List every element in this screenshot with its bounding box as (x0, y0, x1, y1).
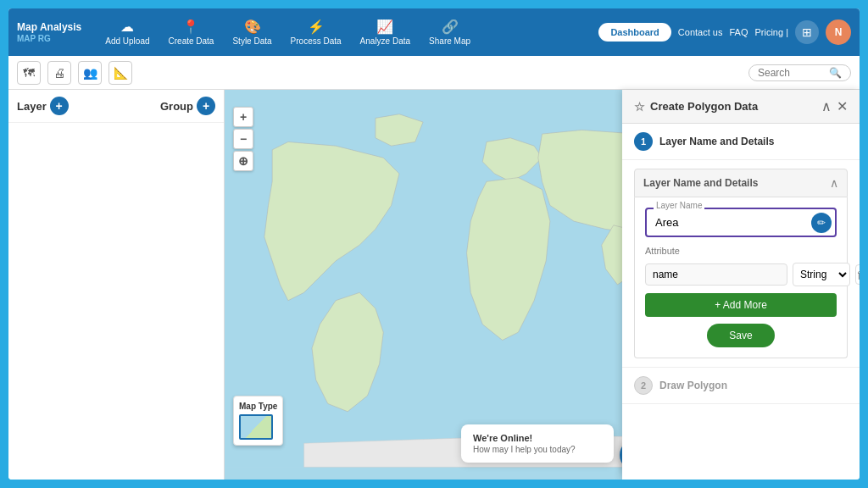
pricing-link[interactable]: Pricing | (754, 27, 788, 37)
search-input[interactable] (758, 67, 826, 79)
step1-number: 1 (634, 132, 653, 151)
sidebar: Layer + Group + (8, 90, 225, 480)
create-icon: 📍 (182, 19, 199, 35)
section-collapse-icon[interactable]: ∧ (830, 176, 838, 190)
panel-controls: ∧ ✕ (821, 98, 848, 114)
sub-toolbar: 🗺 🖨 👥 📐 🔍 (8, 56, 860, 90)
chat-online-text: We're Online! (473, 433, 602, 443)
section-header: Layer Name and Details ∧ (634, 169, 848, 197)
grid-icon[interactable]: ⊞ (795, 20, 819, 44)
nav-share-map[interactable]: 🔗 Share Map (422, 15, 477, 49)
layer-name-label: Layer Name (654, 201, 704, 210)
save-button[interactable]: Save (707, 324, 775, 347)
brand: Map Analysis MAP RG (17, 21, 81, 42)
chat-message: How may I help you today? (473, 445, 602, 454)
attribute-row: String Integer Float Date 🗑 (645, 263, 837, 286)
panel-close-button[interactable]: ✕ (837, 98, 848, 114)
brand-sub: MAP RG (17, 34, 81, 43)
attr-type-select[interactable]: String Integer Float Date (793, 263, 850, 286)
toolbar-print-btn[interactable]: 🖨 (47, 61, 71, 85)
analyze-icon: 📈 (376, 19, 393, 35)
share-icon: 🔗 (442, 19, 459, 35)
zoom-out-button[interactable]: − (233, 129, 253, 149)
map-type-label: Map Type (239, 402, 277, 411)
nav-style-data[interactable]: 🎨 Style Data (225, 15, 278, 49)
faq-link[interactable]: FAQ (729, 27, 748, 37)
panel-header: ☆ Create Polygon Data ∧ ✕ (622, 90, 860, 124)
step2-label: Draw Polygon (659, 380, 848, 391)
search-box[interactable]: 🔍 (748, 64, 851, 81)
step1-header[interactable]: 1 Layer Name and Details (622, 124, 860, 160)
step2-header[interactable]: 2 Draw Polygon (622, 368, 860, 404)
add-more-button[interactable]: + Add More (645, 293, 837, 317)
step1-content: Layer Name and Details ∧ Layer Name ✏ At… (622, 160, 860, 368)
attribute-label: Attribute (645, 246, 837, 256)
navbar: Map Analysis MAP RG ☁ Add Upload 📍 Creat… (8, 8, 860, 56)
right-panel: ☆ Create Polygon Data ∧ ✕ 1 Layer Name a… (622, 90, 860, 480)
section-title: Layer Name and Details (643, 177, 758, 189)
step2-number: 2 (634, 376, 653, 395)
nav-process-data[interactable]: ⚡ Process Data (284, 15, 348, 49)
group-label: Group (160, 100, 193, 113)
zoom-reset-button[interactable]: ⊕ (233, 151, 253, 171)
panel-title: ☆ Create Polygon Data (634, 100, 758, 114)
layer-label: Layer (17, 100, 47, 113)
search-icon: 🔍 (829, 67, 842, 79)
step1-label: Layer Name and Details (659, 136, 848, 147)
upload-icon: ☁ (120, 19, 134, 35)
panel-title-text: Create Polygon Data (650, 100, 758, 113)
avatar[interactable]: N (826, 19, 851, 45)
attr-name-input[interactable] (645, 263, 787, 286)
toolbar-map-btn[interactable]: 🗺 (17, 61, 41, 85)
delete-attr-button[interactable]: 🗑 (855, 264, 860, 285)
section-body: Layer Name ✏ Attribute String Integer Fl… (634, 197, 848, 358)
map-type-widget[interactable]: Map Type (233, 396, 283, 446)
edit-layer-name-button[interactable]: ✏ (811, 213, 832, 233)
contact-link[interactable]: Contact us (678, 27, 723, 37)
star-icon: ☆ (634, 100, 645, 114)
zoom-in-button[interactable]: + (233, 107, 253, 127)
brand-title: Map Analysis (17, 21, 81, 33)
add-group-button[interactable]: + (197, 97, 215, 115)
nav-add-upload[interactable]: ☁ Add Upload (98, 15, 156, 49)
style-icon: 🎨 (244, 19, 261, 35)
toolbar-measure-btn[interactable]: 📐 (108, 61, 132, 85)
map-type-thumbnail[interactable] (239, 414, 273, 440)
add-layer-button[interactable]: + (50, 97, 69, 115)
nav-right: Dashboard Contact us FAQ Pricing | ⊞ N (598, 19, 851, 45)
nav-create-data[interactable]: 📍 Create Data (162, 15, 221, 49)
group-section: Group + (160, 97, 215, 115)
process-icon: ⚡ (308, 19, 325, 35)
panel-collapse-button[interactable]: ∧ (821, 98, 832, 114)
zoom-controls: + − ⊕ (233, 107, 253, 171)
chat-widget: We're Online! How may I help you today? (461, 424, 614, 463)
nav-items: ☁ Add Upload 📍 Create Data 🎨 Style Data … (98, 15, 598, 49)
toolbar-users-btn[interactable]: 👥 (78, 61, 102, 85)
layer-name-input[interactable] (645, 208, 837, 237)
sidebar-header: Layer + Group + (8, 90, 224, 123)
dashboard-button[interactable]: Dashboard (598, 23, 670, 42)
layer-name-group: Layer Name ✏ (645, 208, 837, 237)
main-area: Layer + Group + (8, 90, 860, 480)
nav-analyze-data[interactable]: 📈 Analyze Data (353, 15, 417, 49)
layer-section: Layer + (17, 97, 69, 115)
